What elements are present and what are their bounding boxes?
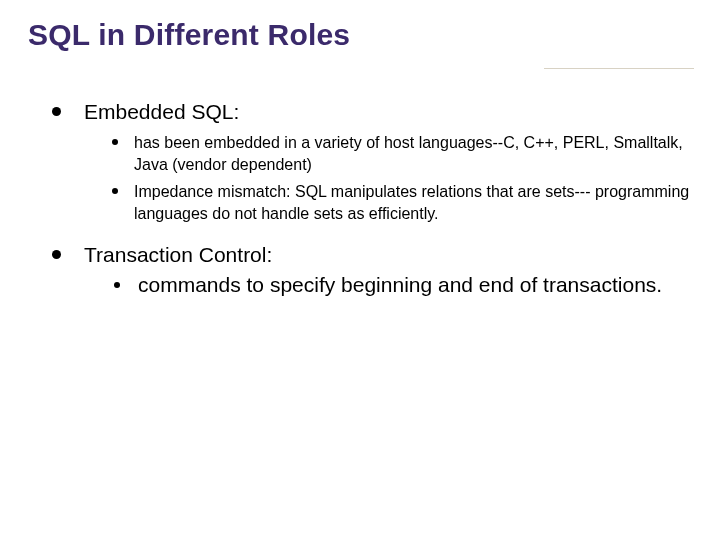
sub-list: commands to specify beginning and end of… bbox=[84, 271, 692, 299]
list-item-label: commands to specify beginning and end of… bbox=[138, 273, 662, 296]
list-item-label: Embedded SQL: bbox=[84, 100, 239, 123]
list-item: has been embedded in a variety of host l… bbox=[112, 132, 692, 176]
list-item-label: Impedance mismatch: SQL manipulates rela… bbox=[134, 183, 689, 222]
list-item-label: Transaction Control: bbox=[84, 243, 272, 266]
bullet-list: Embedded SQL: has been embedded in a var… bbox=[28, 98, 692, 299]
list-item: Transaction Control: commands to specify… bbox=[52, 241, 692, 300]
list-item: Embedded SQL: has been embedded in a var… bbox=[52, 98, 692, 225]
sub-list: has been embedded in a variety of host l… bbox=[84, 132, 692, 224]
list-item: Impedance mismatch: SQL manipulates rela… bbox=[112, 181, 692, 225]
list-item-label: has been embedded in a variety of host l… bbox=[134, 134, 683, 173]
list-item: commands to specify beginning and end of… bbox=[114, 271, 692, 299]
title-rule bbox=[544, 68, 694, 69]
slide: SQL in Different Roles Embedded SQL: has… bbox=[0, 0, 720, 540]
slide-title: SQL in Different Roles bbox=[28, 18, 692, 52]
